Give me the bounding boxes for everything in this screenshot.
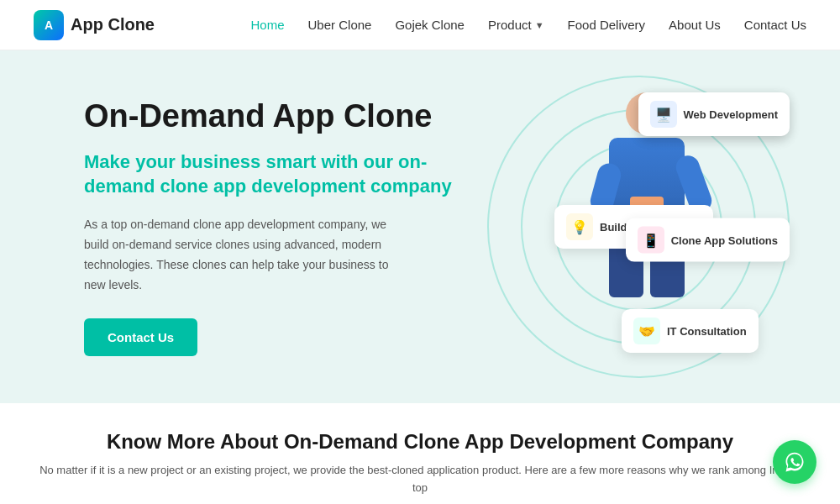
it-consult-label: IT Consultation bbox=[667, 325, 747, 338]
nav-links: Home Uber Clone Gojek Clone Product ▼ Fo… bbox=[251, 18, 806, 32]
hero-cta-button[interactable]: Contact Us bbox=[84, 318, 197, 356]
clone-app-label: Clone App Solutions bbox=[671, 234, 778, 246]
product-dropdown-arrow: ▼ bbox=[535, 20, 544, 30]
bottom-description: No matter if it is a new project or an e… bbox=[34, 462, 806, 497]
logo-text: App Clone bbox=[71, 15, 155, 34]
whatsapp-fab[interactable] bbox=[773, 440, 816, 484]
web-dev-label: Web Development bbox=[684, 108, 778, 121]
hero-section: On-Demand App Clone Make your business s… bbox=[0, 50, 840, 403]
service-card-it-consult: 🤝 IT Consultation bbox=[622, 309, 759, 353]
it-consult-icon: 🤝 bbox=[633, 318, 660, 344]
service-card-web-dev: 🖥️ Web Development bbox=[638, 92, 790, 136]
hero-subtitle: Make your business smart with our on-dem… bbox=[84, 150, 470, 198]
nav-contact-us[interactable]: Contact Us bbox=[744, 18, 806, 32]
navbar: A App Clone Home Uber Clone Gojek Clone … bbox=[0, 0, 840, 50]
nav-uber-clone[interactable]: Uber Clone bbox=[308, 18, 372, 32]
nav-food-delivery[interactable]: Food Delivery bbox=[568, 18, 646, 32]
hero-text-block: On-Demand App Clone Make your business s… bbox=[84, 97, 470, 357]
clone-app-icon: 📱 bbox=[638, 227, 664, 254]
build-sw-icon: 💡 bbox=[566, 213, 593, 240]
logo-icon: A bbox=[34, 10, 64, 40]
hero-description: As a top on-demand clone app development… bbox=[84, 215, 403, 295]
nav-about-us[interactable]: About Us bbox=[669, 18, 721, 32]
web-dev-icon: 🖥️ bbox=[650, 101, 677, 128]
service-card-clone-app: 📱 Clone App Solutions bbox=[626, 218, 790, 262]
nav-home[interactable]: Home bbox=[251, 18, 285, 32]
whatsapp-icon bbox=[783, 450, 806, 474]
nav-gojek-clone[interactable]: Gojek Clone bbox=[395, 18, 465, 32]
bottom-section: Know More About On-Demand Clone App Deve… bbox=[0, 403, 840, 504]
logo[interactable]: A App Clone bbox=[34, 10, 155, 40]
hero-visual: 🔥 App Development 🖥️ Web Development 💡 B… bbox=[487, 84, 790, 370]
hero-title: On-Demand App Clone bbox=[84, 97, 470, 136]
bottom-title: Know More About On-Demand Clone App Deve… bbox=[34, 430, 806, 454]
nav-product[interactable]: Product ▼ bbox=[488, 18, 544, 32]
